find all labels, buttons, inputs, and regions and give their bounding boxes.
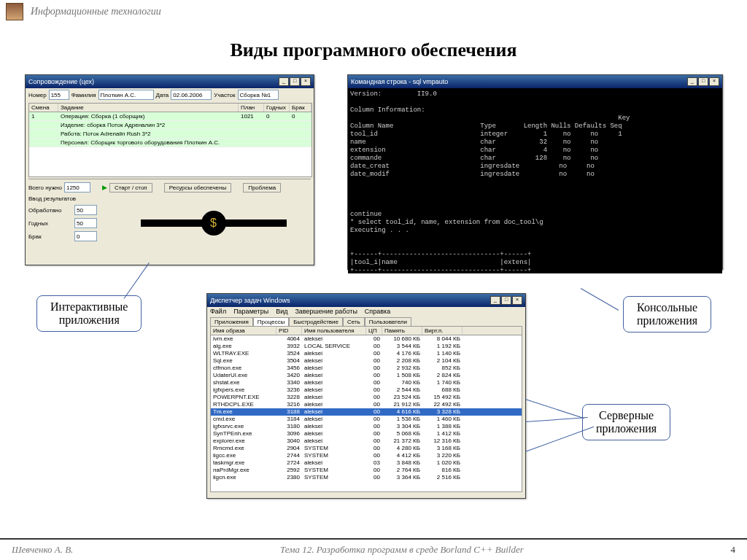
console-output: Version: II9.0 Column Information: Key C…	[348, 88, 722, 273]
table-row[interactable]: igfxsrvc.exe3180aleksei003 304 КБ1 388 К…	[211, 423, 522, 430]
col-user[interactable]: Имя пользователя	[302, 327, 366, 335]
col-cpu[interactable]: ЦП	[366, 327, 382, 335]
bad-label: Брак	[28, 233, 72, 240]
col-shift: Смена	[29, 104, 58, 112]
maximize-icon[interactable]: □	[290, 77, 300, 86]
callout-interactive: Интерактивные приложения	[36, 295, 142, 332]
menu-file[interactable]: Файл	[210, 308, 226, 315]
table-row[interactable]: WLTRAY.EXE3524aleksei004 176 КБ1 140 КБ	[211, 350, 522, 357]
total-field[interactable]: 1250	[64, 182, 90, 192]
close-icon[interactable]: ×	[709, 77, 719, 86]
table-row[interactable]: SynTPEnh.exe3096aleksei005 068 КБ1 412 К…	[211, 430, 522, 438]
menu-view[interactable]: Вид	[276, 308, 287, 315]
footer-author: Шевченко А. В.	[12, 544, 73, 556]
col-pid[interactable]: PID	[276, 327, 302, 335]
tab-users[interactable]: Пользователи	[365, 317, 411, 326]
table-row[interactable]: Rmcmd.exe2904SYSTEM004 280 КБ3 168 КБ	[211, 445, 522, 452]
table-row[interactable]: shstat.exe3340aleksei00740 КБ1 740 КБ	[211, 379, 522, 386]
bad-field[interactable]: 0	[74, 231, 97, 241]
footer: Шевченко А. В. Тема 12. Разработка прогр…	[0, 538, 747, 560]
maximize-icon[interactable]: □	[501, 296, 511, 305]
callout-line	[525, 399, 584, 419]
table-row[interactable]: naPrdMgr.exe2592SYSTEM002 764 КБ816 КБ	[211, 467, 522, 474]
window-title: Диспетчер задач Windows	[210, 297, 290, 304]
menu-options[interactable]: Параметры	[233, 308, 268, 315]
number-field[interactable]: 155	[49, 90, 69, 100]
total-label: Всего нужно	[28, 184, 62, 191]
footer-topic: Тема 12. Разработка программ в среде Bor…	[73, 544, 730, 556]
callout-server: Серверные приложения	[582, 404, 670, 440]
table-row[interactable]: ctfmon.exe3456aleksei002 932 КБ852 КБ	[211, 365, 522, 372]
table-row[interactable]: cmd.exe3184aleksei001 536 КБ1 460 КБ	[211, 416, 522, 423]
table-row[interactable]: Tm.exe3188aleksei004 616 КБ3 328 КБ	[211, 408, 522, 416]
table-row[interactable]: Изделие: сборка Поток Адреналин 3*2	[29, 121, 311, 130]
input-label: Ввод результатов	[28, 195, 76, 202]
good-field[interactable]: 50	[74, 218, 97, 228]
tabbar: Приложения Процессы Быстродействие Сеть …	[207, 316, 525, 326]
table-row[interactable]: POWERPNT.EXE3228aleksei0023 524 КБ15 492…	[211, 394, 522, 401]
date-label: Дата	[156, 92, 169, 98]
col-vm[interactable]: Вирт.п.	[422, 327, 462, 335]
date-field[interactable]: 02.06.2006	[171, 90, 212, 100]
table-row[interactable]: taskmgr.exe2724aleksei033 848 КБ1 020 КБ	[211, 459, 522, 467]
titlebar: Сопровождение (цех) _ □ ×	[26, 75, 314, 88]
resources-button[interactable]: Ресурсы обеспечены	[164, 183, 231, 192]
footer-page: 4	[731, 544, 736, 556]
header-title: Информационные технологии	[31, 6, 161, 18]
menu-help[interactable]: Справка	[365, 308, 390, 315]
window-title: Сопровождение (цех)	[28, 78, 94, 85]
table-row[interactable]: 1 Операция: Сборка (1 сборщик) 1021 0 0	[29, 112, 311, 121]
menubar: Файл Параметры Вид Завершение работы Спр…	[207, 307, 525, 316]
callout-console: Консольные приложения	[623, 296, 711, 332]
maximize-icon[interactable]: □	[698, 77, 708, 86]
table-row[interactable]: RTHDCPL.EXE3216aleksei0021 912 КБ22 492 …	[211, 401, 522, 408]
area-field[interactable]: Сборка №1	[238, 90, 279, 100]
surname-field[interactable]: Плоткин А.С.	[98, 90, 154, 100]
callout-line	[124, 262, 150, 299]
table-row[interactable]: Sql.exe3504aleksei002 208 КБ2 104 КБ	[211, 357, 522, 365]
close-icon[interactable]: ×	[512, 296, 522, 305]
table-row[interactable]: iigcc.exe2744SYSTEM004 412 КБ3 220 КБ	[211, 452, 522, 459]
table-row[interactable]: UdaterUI.exe3420aleksei001 508 КБ2 824 К…	[211, 372, 522, 379]
close-icon[interactable]: ×	[301, 77, 311, 86]
done-field[interactable]: 50	[74, 205, 97, 215]
logo-icon	[6, 3, 23, 20]
col-good: Годных	[264, 104, 290, 112]
minimize-icon[interactable]: _	[279, 77, 289, 86]
menu-shutdown[interactable]: Завершение работы	[295, 308, 357, 315]
taskmanager-window: Диспетчер задач Windows _ □ × Файл Парам…	[206, 293, 526, 499]
page-title: Виды программного обеспечения	[215, 38, 531, 63]
problem-button[interactable]: Проблема	[243, 183, 281, 192]
callout-line	[525, 427, 594, 452]
done-label: Обработано	[28, 207, 72, 214]
process-table: Имя образа PID Имя пользователя ЦП Памят…	[210, 326, 522, 492]
window-title: Командная строка - sql vmpauto	[351, 78, 448, 85]
tab-perf[interactable]: Быстродействие	[289, 317, 343, 326]
minimize-icon[interactable]: _	[687, 77, 697, 86]
col-bad: Брак	[290, 104, 311, 112]
table-row[interactable]: iigcn.exe2380SYSTEM003 364 КБ2 516 КБ	[211, 474, 522, 481]
header: Информационные технологии	[0, 0, 747, 23]
tab-net[interactable]: Сеть	[343, 317, 365, 326]
table-row[interactable]: alg.exe3932LOCAL SERVICE003 544 КБ1 192 …	[211, 343, 522, 350]
start-button[interactable]: Старт / стоп	[109, 183, 152, 192]
col-name[interactable]: Имя образа	[211, 327, 276, 335]
titlebar: Диспетчер задач Windows _ □ ×	[207, 294, 525, 307]
titlebar: Командная строка - sql vmpauto _ □ ×	[348, 75, 722, 88]
good-label: Годных	[28, 220, 72, 227]
table-row[interactable]: ivm.exe4064aleksei0010 680 КБ8 044 КБ	[211, 335, 522, 343]
minimize-icon[interactable]: _	[490, 296, 500, 305]
callout-line	[525, 417, 588, 422]
col-mem[interactable]: Память	[382, 327, 422, 335]
table-row[interactable]: igfxpers.exe3236aleksei002 544 КБ688 КБ	[211, 386, 522, 394]
callout-line	[581, 288, 619, 311]
tab-apps[interactable]: Приложения	[210, 317, 253, 326]
interactive-app-window: Сопровождение (цех) _ □ × Номер 155 Фами…	[25, 74, 314, 265]
col-task: Задание	[58, 104, 239, 112]
table-row[interactable]: Персонал: Сборщик торгового оборудования…	[29, 139, 311, 147]
table-row[interactable]: explorer.exe3040aleksei0021 372 КБ12 316…	[211, 438, 522, 445]
console-window: Командная строка - sql vmpauto _ □ × Ver…	[347, 74, 723, 270]
tab-processes[interactable]: Процессы	[253, 317, 289, 326]
gauge-icon: $	[141, 206, 287, 240]
table-row[interactable]: Работа: Поток Adrenalin Rush 3*2	[29, 130, 311, 139]
